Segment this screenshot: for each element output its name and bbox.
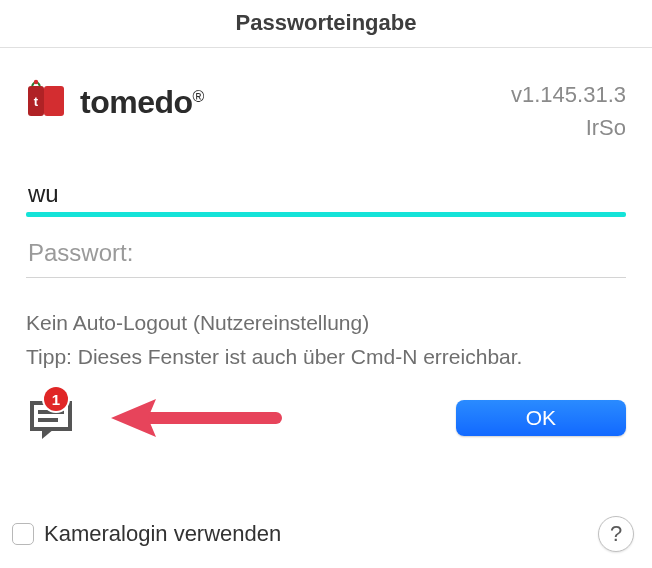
kameralogin-checkbox[interactable]: Kameralogin verwenden bbox=[12, 521, 281, 547]
tip-text: Tipp: Dieses Fenster ist auch über Cmd-N… bbox=[26, 340, 626, 374]
ok-button[interactable]: OK bbox=[456, 400, 626, 436]
annotation-arrow-icon bbox=[106, 393, 286, 443]
password-field[interactable]: Passwort: bbox=[26, 235, 626, 278]
user-short-label: IrSo bbox=[511, 111, 626, 144]
notification-button[interactable]: 1 bbox=[26, 393, 76, 443]
content-area: t tomedo® v1.145.31.3 IrSo Passwort: Kei… bbox=[0, 48, 652, 443]
help-button[interactable]: ? bbox=[598, 516, 634, 552]
bottom-row: Kameralogin verwenden ? bbox=[12, 516, 634, 552]
brand-text: tomedo bbox=[80, 84, 193, 120]
svg-text:t: t bbox=[34, 94, 39, 109]
version-block: v1.145.31.3 IrSo bbox=[511, 78, 626, 144]
fields-area: Passwort: bbox=[26, 176, 626, 278]
tomedo-logo-icon: t bbox=[26, 78, 70, 126]
action-row: 1 OK bbox=[26, 393, 626, 443]
info-block: Kein Auto-Logout (Nutzereinstellung) Tip… bbox=[26, 306, 626, 373]
username-input[interactable] bbox=[26, 176, 626, 214]
kameralogin-label: Kameralogin verwenden bbox=[44, 521, 281, 547]
window-title: Passworteingabe bbox=[0, 0, 652, 48]
svg-marker-9 bbox=[111, 399, 156, 437]
brand-suffix: ® bbox=[193, 88, 204, 105]
notification-badge: 1 bbox=[44, 387, 68, 411]
auto-logout-status: Kein Auto-Logout (Nutzereinstellung) bbox=[26, 306, 626, 340]
checkbox-box-icon bbox=[12, 523, 34, 545]
brand-name: tomedo® bbox=[80, 84, 204, 121]
svg-rect-1 bbox=[44, 86, 64, 116]
svg-point-2 bbox=[34, 80, 38, 84]
logo-block: t tomedo® bbox=[26, 78, 204, 126]
version-label: v1.145.31.3 bbox=[511, 78, 626, 111]
header-row: t tomedo® v1.145.31.3 IrSo bbox=[26, 78, 626, 144]
